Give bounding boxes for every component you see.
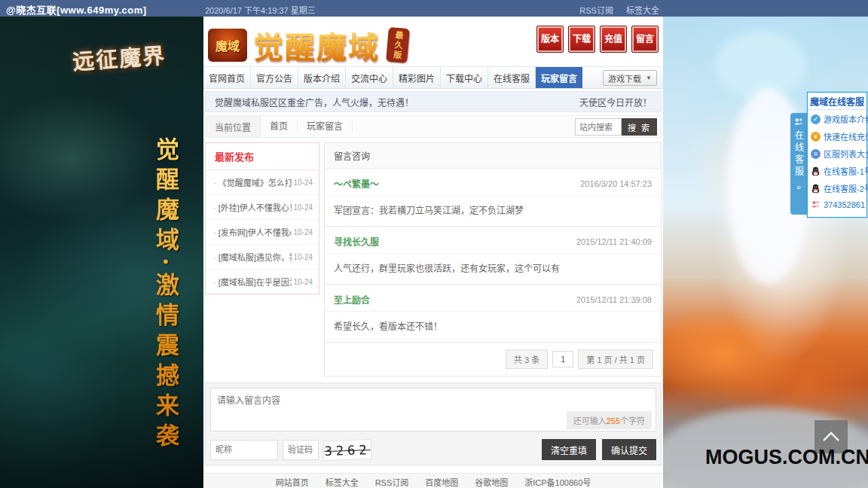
message-button[interactable]: 留言 <box>631 26 659 53</box>
nav-tab-gallery[interactable]: 精彩图片 <box>393 67 441 88</box>
service-link-qq-1[interactable]: 在线客服-1号 <box>808 162 866 179</box>
message-author[interactable]: 寻找长久服 <box>334 235 379 248</box>
reset-button[interactable]: 清空重填 <box>542 439 596 460</box>
site-logo[interactable]: 魔域 觉醒魔域 最久版 <box>208 23 408 67</box>
service-link-version[interactable]: ✓ 游戏版本介绍 <box>808 110 866 127</box>
quick-buttons: 版本 下载 充值 留言 <box>536 26 659 53</box>
online-service-panel: 魔域在线客服 ✓ 游戏版本介绍 ¥ 快速在线充值 ≡ 区服列表大全 在线客服-1… <box>807 92 867 218</box>
message-time: 2016/3/20 14:57:23 <box>580 179 652 188</box>
nav-tab-forum[interactable]: 交流中心 <box>346 67 393 88</box>
site-header: 魔域 觉醒魔域 最久版 版本 下载 充值 留言 <box>203 17 663 66</box>
nav-tab-service[interactable]: 在线客服 <box>488 67 536 88</box>
message-time: 2015/12/11 21:39:08 <box>576 295 652 304</box>
art-slogan-horizontal: 远征魔界 <box>72 38 172 76</box>
announcement-text: 觉醒魔域私服区区重金广告，人气火爆，无待遇！ <box>215 96 414 108</box>
top-bar: @晓杰互联[www.649my.com] 2020/6/17 下午4:19:37… <box>0 0 868 17</box>
message-entry: ～ぺ繁墨～ 2016/3/20 14:57:23 军团宣言：我若横刀立马笑江湖，… <box>325 169 661 227</box>
guestbook-title: 留言咨询 <box>325 143 661 169</box>
footer-link-icp[interactable]: 浙ICP备100860号 <box>524 476 591 488</box>
list-item[interactable]: [发布网]伊人不懂我心 10-24 <box>206 220 319 245</box>
footer-link-tags[interactable]: 标签大全 <box>326 476 359 488</box>
footer-link-baidu-map[interactable]: 百度地图 <box>425 476 458 488</box>
page: @晓杰互联[www.649my.com] 2020/6/17 下午4:19:37… <box>0 0 868 488</box>
list-item[interactable]: [外挂]伊人不懂我心！ 10-24 <box>206 195 319 220</box>
art-slogan-vertical: 觉醒魔域·激情震撼来袭 <box>149 137 183 483</box>
main-nav: 官网首页 官方公告 版本介绍 交流中心 精彩图片 下载中心 在线客服 玩家留言 … <box>203 66 663 89</box>
service-panel-title: 魔域在线客服 <box>808 93 866 110</box>
footer-links: 网站首页 标签大全 RSS订阅 百度地图 谷歌地图 浙ICP备100860号 <box>205 473 662 488</box>
group-icon <box>811 200 821 209</box>
download-button[interactable]: 下载 <box>568 26 595 53</box>
datetime-display: 2020/6/17 下午4:19:37 星期三 <box>205 4 316 16</box>
rss-link[interactable]: RSS订阅 <box>579 6 613 15</box>
recharge-button[interactable]: 充值 <box>600 26 627 53</box>
message-entry: 至上励合 2015/12/11 21:39:08 希望长久，看版本还不错！ <box>325 285 661 343</box>
recharge-icon: ¥ <box>811 132 821 142</box>
tags-link[interactable]: 标签大全 <box>626 6 659 15</box>
right-background-art <box>663 17 868 488</box>
message-author[interactable]: 至上励合 <box>334 293 370 306</box>
latest-posts-sidebar: 最新发布 《觉醒魔域》怎么打B 10-24 [外挂]伊人不懂我心！ 10-24 … <box>205 142 319 294</box>
sidebar-title: 最新发布 <box>206 143 319 170</box>
nickname-input[interactable] <box>210 440 278 460</box>
left-background-art: 远征魔界 觉醒魔域·激情震撼来袭 <box>0 17 203 488</box>
breadcrumb-home[interactable]: 首页 <box>261 120 298 133</box>
search-button[interactable]: 搜 索 <box>622 118 657 136</box>
comment-form: 还可输入255个字符 3262 清空重填 确认提交 <box>205 383 662 465</box>
search-input[interactable] <box>575 118 622 136</box>
breadcrumb-label: 当前位置 <box>206 116 261 137</box>
logo-flame-icon: 魔域 <box>208 29 247 62</box>
qq-icon <box>811 184 821 194</box>
pagination-total: 共 3 条 <box>506 349 548 369</box>
char-counter: 还可输入255个字符 <box>567 411 652 429</box>
watermark-text: MOGUS.COM.CN <box>705 446 868 469</box>
chevron-down-icon: ▼ <box>646 75 652 81</box>
pagination: 共 3 条 1 第 1 页 / 共 1 页 <box>325 343 661 376</box>
double-arrow-icon: » <box>796 182 801 191</box>
online-service-tab[interactable]: 在线客服 » <box>790 113 807 215</box>
server-list-icon: ≡ <box>811 149 821 159</box>
list-item[interactable]: 《觉醒魔域》怎么打B 10-24 <box>206 170 319 195</box>
guestbook-panel: 留言咨询 ～ぺ繁墨～ 2016/3/20 14:57:23 军团宣言：我若横刀立… <box>324 142 662 377</box>
captcha-input[interactable] <box>283 440 319 460</box>
breadcrumb-bar: 当前位置 首页 玩家留言 搜 索 <box>205 115 662 138</box>
nav-tab-version[interactable]: 版本介绍 <box>298 67 346 88</box>
nav-tab-announcements[interactable]: 官方公告 <box>251 67 298 88</box>
announcement-bar: 觉醒魔域私服区区重金广告，人气火爆，无待遇！ 天使区今日开放！ <box>205 91 662 112</box>
nav-tab-guestbook[interactable]: 玩家留言 <box>536 67 582 88</box>
version-badge-icon: ✓ <box>811 114 821 124</box>
main-column: 魔域 觉醒魔域 最久版 版本 下载 充值 留言 官网首页 官方公告 版本介绍 交… <box>203 17 663 488</box>
version-button[interactable]: 版本 <box>536 26 564 53</box>
breadcrumb-guestbook[interactable]: 玩家留言 <box>298 120 353 133</box>
site-credit-watermark: @晓杰互联[www.649my.com] <box>6 2 147 17</box>
nav-tab-download[interactable]: 下载中心 <box>441 67 488 88</box>
site-search: 搜 索 <box>575 118 657 136</box>
submit-button[interactable]: 确认提交 <box>602 439 656 460</box>
message-content: 人气还行，群里玩家也很活跃，还有女玩家，这个可以有 <box>325 254 661 285</box>
message-content: 希望长久，看版本还不错！ <box>325 312 661 343</box>
pagination-page-1[interactable]: 1 <box>552 351 573 368</box>
chevron-up-icon <box>821 431 841 443</box>
content-area: 最新发布 《觉醒魔域》怎么打B 10-24 [外挂]伊人不懂我心！ 10-24 … <box>205 142 662 377</box>
service-link-qq-group[interactable]: 374352861 <box>808 197 866 212</box>
game-download-select[interactable]: 游戏下载 ▼ <box>603 70 657 86</box>
footer-link-rss[interactable]: RSS订阅 <box>375 476 409 488</box>
message-author[interactable]: ～ぺ繁墨～ <box>334 177 379 190</box>
footer-link-home[interactable]: 网站首页 <box>276 476 309 488</box>
nav-tab-home[interactable]: 官网首页 <box>203 67 251 88</box>
service-link-server-list[interactable]: ≡ 区服列表大全 <box>808 145 866 162</box>
service-link-qq-2[interactable]: 在线客服-2号 <box>808 179 866 197</box>
qq-icon <box>811 166 821 176</box>
message-time: 2015/12/11 21:40:09 <box>576 237 652 246</box>
pagination-info: 第 1 页 / 共 1 页 <box>578 349 653 369</box>
service-link-recharge[interactable]: ¥ 快速在线充值 <box>808 127 866 145</box>
online-service-tab-label: 在线客服 <box>793 130 805 178</box>
message-entry: 寻找长久服 2015/12/11 21:40:09 人气还行，群里玩家也很活跃，… <box>325 227 661 285</box>
list-item[interactable]: [魔域私服]遇见你，我 10-24 <box>206 245 319 270</box>
topbar-links: RSS订阅 标签大全 <box>569 4 659 16</box>
message-content: 军团宣言：我若横刀立马笑江湖，定不负江湖梦 <box>325 196 661 227</box>
captcha-image[interactable]: 3262 <box>323 438 372 460</box>
footer-link-google-map[interactable]: 谷歌地图 <box>475 476 508 488</box>
customer-service-icon <box>793 117 804 127</box>
list-item[interactable]: [魔域私服]在乎是因为 10-24 <box>206 270 319 294</box>
